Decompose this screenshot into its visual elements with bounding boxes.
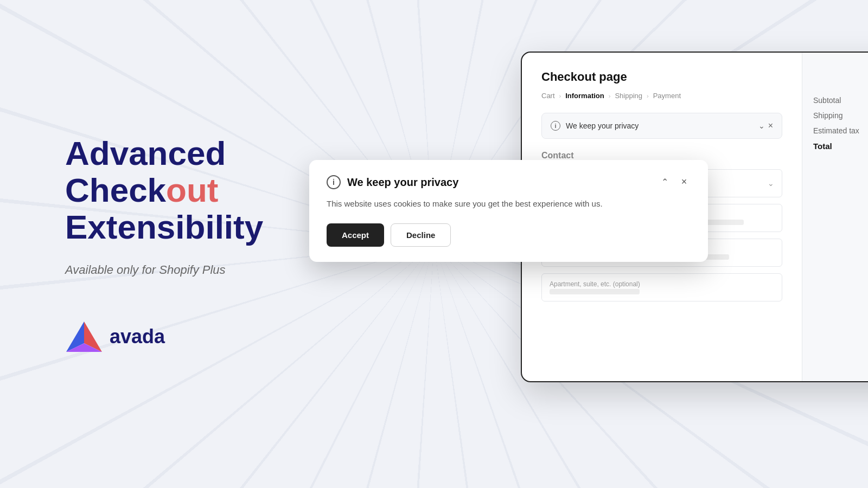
avada-brand-name: avada bbox=[110, 325, 165, 348]
contact-section-label: Contact bbox=[541, 151, 782, 160]
country-chevron-icon: ⌄ bbox=[768, 179, 774, 188]
breadcrumb: Cart › Information › Shipping › Payment bbox=[541, 92, 782, 100]
tagline: Available only for Shopify Plus bbox=[65, 263, 358, 277]
privacy-banner: i We keep your privacy ⌄ × bbox=[541, 113, 782, 139]
breadcrumb-cart[interactable]: Cart bbox=[541, 92, 555, 100]
estimated-tax-row: Estimated tax bbox=[813, 126, 868, 135]
privacy-banner-text: We keep your privacy bbox=[566, 121, 639, 130]
checkout-sidebar: Subtotal Shipping Estimated tax Total bbox=[802, 53, 868, 381]
avada-logo: avada bbox=[65, 320, 358, 353]
apartment-value bbox=[550, 289, 640, 294]
modal-actions: Accept Decline bbox=[327, 223, 691, 247]
breadcrumb-sep-3: › bbox=[647, 93, 649, 99]
privacy-close-icon[interactable]: × bbox=[768, 121, 773, 131]
checkout-page-title: Checkout page bbox=[541, 70, 782, 84]
shipping-label: Shipping bbox=[813, 111, 843, 120]
privacy-info-icon: i bbox=[551, 121, 560, 131]
breadcrumb-sep-2: › bbox=[609, 93, 611, 99]
modal-body: This website uses cookies to make sure y… bbox=[327, 198, 691, 210]
modal-info-icon: i bbox=[327, 175, 341, 189]
total-label: Total bbox=[813, 142, 832, 151]
privacy-banner-left: i We keep your privacy bbox=[551, 121, 639, 131]
modal-title: We keep your privacy bbox=[347, 176, 458, 189]
avada-triangle-icon bbox=[65, 320, 103, 353]
breadcrumb-sep-1: › bbox=[559, 93, 561, 99]
privacy-banner-icons: ⌄ × bbox=[758, 121, 773, 131]
apartment-field[interactable]: Apartment, suite, etc. (optional) bbox=[541, 273, 782, 301]
shipping-row: Shipping bbox=[813, 111, 868, 120]
modal-close-icon[interactable]: × bbox=[678, 175, 691, 188]
modal-header: i We keep your privacy ⌃ × bbox=[327, 175, 691, 189]
headline-word-out: out bbox=[166, 171, 218, 209]
decline-button[interactable]: Decline bbox=[391, 223, 451, 247]
breadcrumb-information[interactable]: Information bbox=[565, 92, 604, 100]
total-row: Total bbox=[813, 142, 868, 151]
modal-title-row: i We keep your privacy bbox=[327, 175, 458, 189]
breadcrumb-shipping[interactable]: Shipping bbox=[615, 92, 642, 100]
accept-button[interactable]: Accept bbox=[327, 223, 384, 247]
subtotal-label: Subtotal bbox=[813, 96, 841, 105]
apartment-label: Apartment, suite, etc. (optional) bbox=[550, 280, 774, 288]
modal-controls: ⌃ × bbox=[658, 175, 691, 188]
modal-collapse-icon[interactable]: ⌃ bbox=[658, 175, 671, 188]
privacy-modal: i We keep your privacy ⌃ × This website … bbox=[309, 160, 708, 262]
estimated-tax-label: Estimated tax bbox=[813, 126, 859, 135]
privacy-chevron-down-icon[interactable]: ⌄ bbox=[758, 121, 765, 130]
breadcrumb-payment[interactable]: Payment bbox=[653, 92, 681, 100]
subtotal-row: Subtotal bbox=[813, 96, 868, 105]
